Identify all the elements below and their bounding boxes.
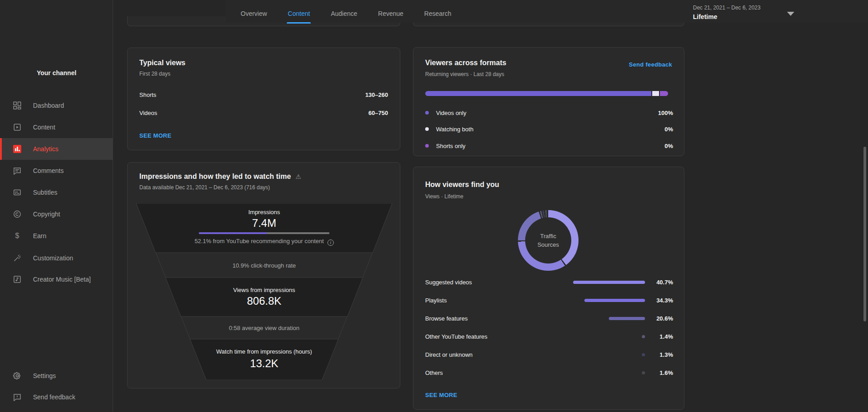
- sidebar-item-label: Creator Music [Beta]: [33, 276, 91, 283]
- card-subtitle: Data available Dec 21, 2021 – Dec 6, 202…: [139, 184, 270, 191]
- traffic-label: Others: [425, 369, 443, 376]
- traffic-row: Other YouTube features 1.4%: [425, 332, 673, 341]
- traffic-row: Others 1.6%: [425, 368, 673, 377]
- sidebar-item-earn[interactable]: $ Earn: [0, 225, 113, 247]
- how-viewers-find-you-card: How viewers find you Views · Lifetime Tr…: [413, 167, 684, 410]
- sidebar-item-content[interactable]: Content: [0, 116, 113, 138]
- traffic-label: Direct or unknown: [425, 351, 473, 358]
- traffic-bar: [642, 335, 645, 338]
- subtitles-icon: [13, 188, 22, 197]
- sidebar-item-label: Copyright: [33, 211, 60, 218]
- see-more-link[interactable]: SEE MORE: [139, 132, 171, 139]
- analytics-icon: [13, 144, 22, 153]
- viewers-across-formats-card: Viewers across formats Returning viewers…: [413, 47, 684, 156]
- channel-label: Your channel: [0, 69, 113, 77]
- traffic-value: 40.7%: [650, 279, 673, 286]
- sidebar-item-subtitles[interactable]: Subtitles: [0, 182, 113, 203]
- tab-revenue[interactable]: Revenue: [375, 6, 406, 24]
- customization-icon: [13, 254, 22, 263]
- sidebar-item-settings[interactable]: Settings: [0, 365, 113, 387]
- table-row: Videos 60–750: [139, 110, 388, 116]
- earn-icon: $: [13, 231, 22, 240]
- warning-icon: ⚠: [295, 173, 301, 180]
- tab-content[interactable]: Content: [285, 6, 313, 24]
- sidebar-item-label: Send feedback: [33, 393, 75, 401]
- legend-value: 0%: [664, 126, 673, 133]
- card-title: Impressions and how they led to watch ti…: [139, 172, 301, 181]
- legend-dot: [425, 127, 429, 131]
- send-feedback-link[interactable]: Send feedback: [629, 61, 672, 68]
- legend-value: 0%: [664, 143, 673, 149]
- creator-music-icon: [13, 275, 22, 284]
- views-from-impressions-value: 806.8K: [128, 295, 401, 307]
- settings-icon: [13, 371, 22, 380]
- card-title-text: Impressions and how they led to watch ti…: [139, 172, 291, 180]
- see-more-link[interactable]: SEE MORE: [425, 392, 457, 398]
- sidebar-item-dashboard[interactable]: Dashboard: [0, 95, 113, 116]
- table-row: Shorts 130–260: [139, 91, 388, 98]
- traffic-sources-donut-chart: Traffic Sources: [518, 210, 579, 271]
- ctr-note: 10.9% click-through rate: [128, 262, 401, 269]
- traffic-label: Suggested videos: [425, 279, 472, 286]
- sidebar-item-label: Subtitles: [33, 189, 57, 196]
- sidebar-item-comments[interactable]: Comments: [0, 160, 113, 182]
- format-legend-row: Videos only 100%: [425, 108, 673, 117]
- traffic-value: 1.6%: [650, 369, 673, 376]
- legend-label: Shorts only: [436, 143, 465, 149]
- info-icon[interactable]: i: [327, 240, 334, 246]
- dashboard-icon: [13, 101, 22, 110]
- typical-views-card: Typical views First 28 days Shorts 130–2…: [127, 48, 400, 150]
- sidebar-item-label: Customization: [33, 254, 73, 262]
- traffic-label: Playlists: [425, 297, 447, 304]
- card-subtitle: Views · Lifetime: [425, 193, 463, 200]
- main-content: Overview Content Audience Revenue Resear…: [113, 0, 868, 412]
- traffic-value: 1.3%: [650, 351, 673, 358]
- donut-center-label: Traffic Sources: [525, 217, 571, 263]
- sidebar-item-label: Content: [33, 124, 55, 131]
- traffic-row: Suggested videos 40.7%: [425, 278, 673, 287]
- date-range-picker[interactable]: Dec 21, 2021 – Dec 6, 2023 Lifetime: [693, 5, 797, 20]
- tab-overview[interactable]: Overview: [238, 6, 270, 24]
- tab-research[interactable]: Research: [422, 6, 454, 24]
- comments-icon: [13, 166, 22, 175]
- sidebar-item-customization[interactable]: Customization: [0, 247, 113, 269]
- sidebar: Your channel Dashboard Content: [0, 0, 113, 412]
- date-range-text: Dec 21, 2021 – Dec 6, 2023: [693, 5, 797, 11]
- traffic-bar: [609, 317, 645, 320]
- sidebar-item-send-feedback[interactable]: Send feedback: [0, 386, 113, 408]
- card-subtitle: First 28 days: [139, 71, 171, 77]
- recommend-progress-bar: [199, 232, 330, 234]
- card-title: Viewers across formats: [425, 59, 506, 67]
- date-period-label: Lifetime: [693, 13, 797, 20]
- sidebar-item-label: Dashboard: [33, 102, 64, 109]
- format-legend-row: Watching both 0%: [425, 125, 673, 134]
- row-value: 60–750: [369, 110, 388, 116]
- chevron-down-icon: [787, 12, 794, 16]
- row-label: Shorts: [139, 91, 157, 98]
- format-legend-row: Shorts only 0%: [425, 141, 673, 150]
- traffic-bar: [642, 353, 645, 356]
- sidebar-item-label: Analytics: [33, 145, 58, 153]
- impressions-funnel-card: Impressions and how they led to watch ti…: [127, 162, 400, 388]
- traffic-bar: [573, 281, 645, 284]
- traffic-label: Other YouTube features: [425, 333, 488, 340]
- views-from-impressions-label: Views from impressions: [128, 287, 401, 293]
- card-subtitle: Returning viewers · Last 28 days: [425, 71, 504, 77]
- tab-audience[interactable]: Audience: [328, 6, 360, 24]
- vertical-scrollbar[interactable]: [863, 147, 866, 321]
- sidebar-item-label: Comments: [33, 167, 64, 174]
- impressions-funnel-chart: Impressions 7.4M 52.1% from YouTube reco…: [128, 203, 401, 380]
- sidebar-item-analytics[interactable]: Analytics: [0, 138, 113, 160]
- legend-dot: [425, 144, 429, 148]
- sidebar-item-copyright[interactable]: Copyright: [0, 203, 113, 225]
- sidebar-item-creator-music[interactable]: Creator Music [Beta]: [0, 268, 113, 290]
- row-label: Videos: [139, 110, 157, 116]
- legend-label: Watching both: [436, 126, 474, 133]
- traffic-bar: [584, 299, 645, 302]
- traffic-label: Browse features: [425, 315, 468, 322]
- impressions-value: 7.4M: [128, 217, 401, 230]
- legend-value: 100%: [658, 110, 673, 116]
- copyright-icon: [13, 210, 22, 219]
- avg-view-duration-note: 0:58 average view duration: [128, 325, 401, 331]
- traffic-value: 34.3%: [650, 297, 673, 304]
